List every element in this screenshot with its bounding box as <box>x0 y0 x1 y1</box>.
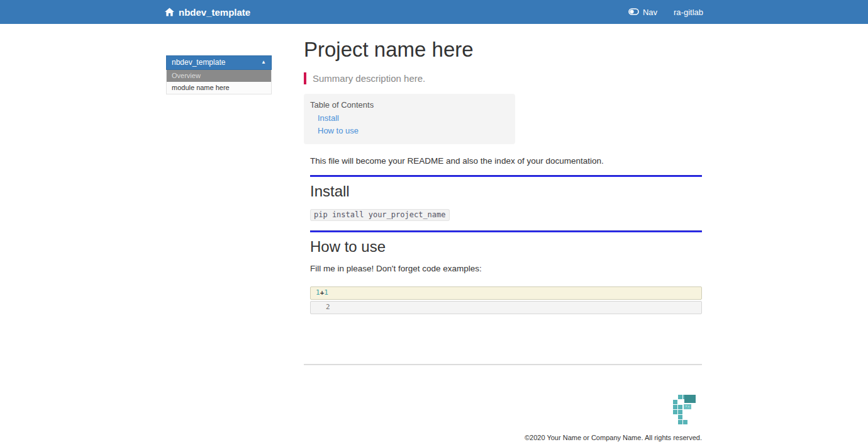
toc-title: Table of Contents <box>310 100 509 110</box>
toc-link-install[interactable]: Install <box>318 113 339 123</box>
sidebar: nbdev_template ▲ Overview module name he… <box>166 55 272 94</box>
brand-home-link[interactable]: nbdev_template <box>165 7 250 18</box>
nav-toggle-button[interactable]: Nav <box>628 8 657 17</box>
how-to-use-heading: How to use <box>310 238 702 256</box>
install-heading: Install <box>310 183 702 200</box>
sidebar-header-label: nbdev_template <box>172 58 225 67</box>
sidebar-item-overview[interactable]: Overview <box>167 70 271 82</box>
sidebar-header[interactable]: nbdev_template ▲ <box>166 55 272 70</box>
page-title: Project name here <box>304 38 702 62</box>
home-icon <box>165 8 174 16</box>
code-cell-input: 1+1 <box>310 286 702 300</box>
footer-divider <box>304 364 702 365</box>
sidebar-item-module[interactable]: module name here <box>167 82 271 94</box>
table-of-contents: Table of Contents Install How to use <box>304 94 515 144</box>
nav-toggle-label: Nav <box>643 8 657 17</box>
how-to-use-paragraph: Fill me in please! Don't forget code exa… <box>310 264 702 273</box>
summary-blockquote: Summary description here. <box>304 72 702 84</box>
code-token: 1 <box>316 288 320 297</box>
footer-copyright: ©2020 Your Name or Company Name. All rig… <box>304 433 702 442</box>
top-navbar: nbdev_template Nav ra-gitlab <box>0 0 868 24</box>
fastai-pixel-logo <box>673 395 696 428</box>
toggle-icon <box>628 8 639 17</box>
code-token: 1 <box>324 288 328 297</box>
main-content: Project name here Summary description he… <box>304 38 702 442</box>
caret-up-icon: ▲ <box>261 60 266 65</box>
nav-link-ra-gitlab[interactable]: ra-gitlab <box>674 8 703 17</box>
code-cell-output: 2 <box>310 301 702 314</box>
brand-label: nbdev_template <box>179 7 250 18</box>
intro-paragraph: This file will become your README and al… <box>310 156 702 166</box>
toc-link-how-to-use[interactable]: How to use <box>318 125 359 136</box>
section-divider <box>310 175 702 177</box>
install-code: pip install your_project_name <box>310 209 450 221</box>
section-divider <box>310 230 702 232</box>
page-footer: ©2020 Your Name or Company Name. All rig… <box>304 395 702 442</box>
